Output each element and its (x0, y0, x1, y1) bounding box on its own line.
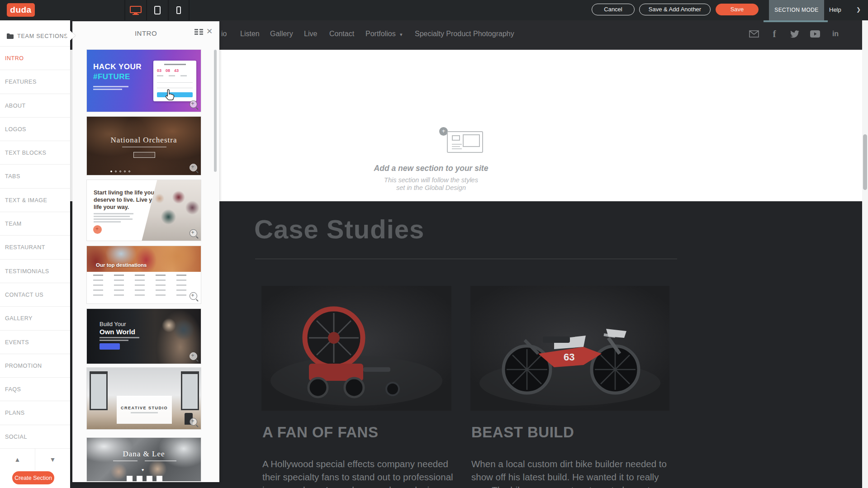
facebook-icon[interactable]: f (769, 28, 780, 39)
folder-icon (7, 33, 14, 39)
nav-item-listen[interactable]: Listen (240, 30, 260, 38)
mouse-cursor-hand (164, 89, 176, 104)
window-graphic (90, 371, 108, 410)
nav-item-live[interactable]: Live (304, 30, 317, 38)
fan-case-study-text: A Hollywood special effects company need… (262, 457, 459, 488)
thumb-title: Build Your (100, 321, 126, 327)
scroll-up-button[interactable]: ▲ (0, 449, 35, 470)
bike-case-study-title: BEAST BUILD (471, 424, 574, 441)
duda-logo: duda (7, 3, 35, 17)
section-thumb-start-living[interactable]: Start living the life you deserve to liv… (86, 180, 201, 241)
svg-text:63: 63 (564, 351, 574, 363)
tablet-preview-button[interactable] (146, 0, 168, 20)
create-section-button[interactable]: Create Section (12, 471, 54, 484)
sidebar-item-contact-us[interactable]: CONTACT US (0, 283, 70, 307)
sidebar-item-promotion[interactable]: PROMOTION (0, 354, 70, 378)
sidebar-item-team[interactable]: TEAM (0, 212, 70, 236)
nav-item-gallery[interactable]: Gallery (270, 30, 293, 38)
section-thumb-dana-and-lee[interactable]: Dana & Lee ♥ (86, 437, 201, 482)
fan-case-study-image (261, 286, 451, 411)
chevron-down-icon[interactable]: ❯ (856, 6, 861, 13)
thumb-title: National Orchestra (87, 136, 201, 145)
zoom-preview-icon[interactable] (190, 352, 197, 360)
section-placeholder-icon (447, 131, 483, 153)
sidebar-item-gallery[interactable]: GALLERY (0, 307, 70, 330)
sidebar-header: TEAM SECTIONS (0, 27, 70, 45)
section-thumb-national-orchestra[interactable]: National Orchestra (86, 116, 201, 175)
nav-item-contact[interactable]: Contact (329, 30, 354, 38)
thumb-title: Dana & Lee (87, 450, 201, 459)
nav-item-partial[interactable]: io (221, 30, 227, 38)
scroll-down-button[interactable]: ▼ (35, 449, 70, 470)
sidebar-item-plans[interactable]: PLANS (0, 401, 70, 425)
sidebar-item-text-image[interactable]: TEXT & IMAGE (0, 189, 70, 212)
nav-item-portfolios[interactable]: Portfolios (365, 30, 396, 38)
sidebar-item-logos[interactable]: LOGOS (0, 118, 70, 141)
bike-case-study-text: When a local custom dirt bike builder ne… (471, 457, 668, 488)
sidebar-item-intro[interactable]: INTRO (0, 47, 70, 70)
sidebar-pager: ▲ ▼ (0, 449, 70, 470)
window-graphic (181, 371, 199, 410)
sidebar-item-testimonials[interactable]: TESTIMONIALS (0, 260, 70, 283)
canvas-scrollbar-thumb[interactable] (863, 134, 867, 190)
section-thumb-build-your-own-world[interactable]: Build Your Own World (86, 308, 201, 364)
thumb-title-bold: Own World (100, 328, 135, 336)
section-thumb-top-destinations[interactable]: Our top destinations (86, 246, 201, 304)
zoom-preview-icon[interactable] (190, 164, 197, 171)
editor-topbar: duda Cancel Save & Add Another Save (0, 0, 868, 20)
sidebar-item-features[interactable]: FEATURES (0, 70, 70, 94)
canvas-scrollbar[interactable] (862, 20, 868, 488)
nav-item-specialty[interactable]: Specialty Product Photography (415, 30, 514, 38)
bike-case-study-image: 63 (470, 286, 669, 411)
section-thumb-hack-your-future[interactable]: HACK YOUR #FUTURE 030843 (86, 49, 201, 112)
desktop-preview-button[interactable] (124, 0, 146, 20)
case-studies-heading: Case Studies (254, 214, 424, 244)
social-icons: f in (749, 28, 841, 39)
studio-card: CREATIVE STUDIO (117, 396, 172, 424)
sidebar-item-text-blocks[interactable]: TEXT BLOCKS (0, 141, 70, 165)
youtube-icon[interactable] (810, 28, 821, 39)
zoom-preview-icon[interactable] (190, 229, 197, 237)
section-thumb-creative-studio[interactable]: CREATIVE STUDIO (86, 367, 201, 430)
close-icon[interactable]: ✕ (206, 27, 213, 36)
save-add-another-button[interactable]: Save & Add Another (639, 4, 711, 15)
destinations-table (93, 275, 194, 299)
fan-case-study-title: A FAN OF FANS (262, 424, 378, 441)
sidebar-header-label: TEAM SECTIONS (17, 33, 68, 39)
desktop-icon (130, 6, 142, 15)
thumb-title: Our top destinations (96, 262, 147, 268)
thumb-title: HACK YOUR (93, 62, 142, 71)
zoom-preview-icon[interactable] (190, 100, 197, 108)
mobile-preview-button[interactable] (168, 0, 190, 20)
zoom-preview-icon[interactable] (190, 292, 197, 300)
twitter-icon[interactable] (789, 28, 800, 39)
panel-scrollbar-thumb[interactable] (214, 50, 217, 172)
countdown-boxes (127, 476, 162, 482)
thumb-cta-button (133, 152, 155, 158)
thumb-title-accent: #FUTURE (93, 72, 130, 81)
sidebar-item-about[interactable]: ABOUT (0, 94, 70, 118)
thumb-photo (87, 246, 201, 272)
sidebar-item-faqs[interactable]: FAQS (0, 378, 70, 401)
sidebar-item-events[interactable]: EVENTS (0, 331, 70, 354)
email-icon[interactable] (749, 28, 759, 39)
zoom-preview-icon[interactable] (190, 418, 197, 426)
heart-icon: ♥ (142, 468, 144, 472)
divider (255, 259, 677, 259)
sidebar-items: INTRO FEATURES ABOUT LOGOS TEXT BLOCKS T… (0, 46, 70, 449)
thumb-cta-button (100, 343, 120, 350)
play-button-icon (93, 225, 102, 234)
section-mode-badge: SECTION MODE (769, 0, 824, 20)
linkedin-icon[interactable]: in (830, 28, 841, 39)
sidebar-item-social[interactable]: SOCIAL (0, 425, 70, 449)
carousel-dots (110, 171, 130, 172)
chevron-down-icon: ▾ (400, 32, 403, 38)
sidebar-item-tabs[interactable]: TABS (0, 165, 70, 188)
sidebar-item-restaurant[interactable]: RESTAURANT (0, 236, 70, 259)
save-button[interactable]: Save (716, 4, 759, 15)
tablet-icon (154, 6, 161, 14)
sections-sidebar: TEAM SECTIONS INTRO FEATURES ABOUT LOGOS… (0, 20, 70, 488)
help-menu[interactable]: Help (829, 6, 841, 13)
cancel-button[interactable]: Cancel (592, 4, 635, 15)
grid-view-icon[interactable] (194, 29, 203, 36)
